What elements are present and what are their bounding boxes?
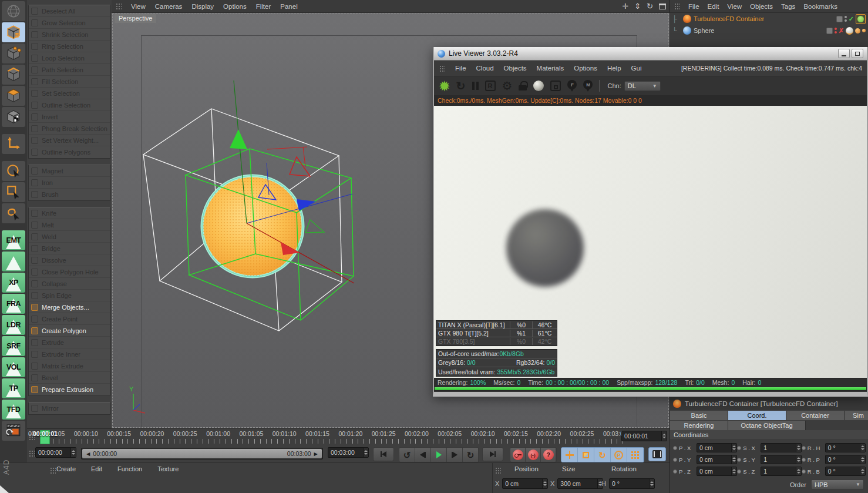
enable-axis-button[interactable] [2, 134, 25, 154]
object-row-turbulencefd[interactable]: ├ TurbulenceFD Container ✓ [670, 13, 868, 25]
object-name[interactable]: TurbulenceFD Container [694, 15, 764, 22]
render-region-icon[interactable] [550, 81, 561, 91]
viewport-menu-item[interactable]: Panel [280, 3, 297, 10]
menu-command[interactable]: Prepare Extrusion [29, 384, 110, 395]
tab-octane-objecttag[interactable]: Octane ObjectTag [728, 421, 805, 430]
key-dot-icon[interactable] [737, 446, 741, 450]
range-start-field[interactable]: 00:00:00 [35, 447, 76, 458]
range-end-field[interactable]: 00:03:00 [328, 447, 369, 458]
plugin-tile[interactable]: EMT [2, 230, 25, 250]
grip-handle[interactable] [439, 65, 445, 72]
menu-command[interactable]: Collapse [29, 278, 110, 290]
order-dropdown[interactable]: HPB▼ [811, 479, 864, 489]
turbulencefd-tag[interactable] [856, 14, 866, 24]
current-frame-field[interactable]: 00:00:01 [621, 431, 667, 441]
rotation-h-field[interactable]: H 0 ° [601, 478, 655, 489]
grip-handle[interactable] [674, 2, 680, 10]
lv-menu-item[interactable]: Materials [537, 65, 564, 72]
menu-command[interactable]: Shrink Selection [29, 29, 110, 41]
value-input[interactable]: 1 [761, 467, 801, 476]
menu-command[interactable]: Iron [29, 177, 110, 189]
key-dot-icon[interactable] [802, 469, 806, 474]
layer-toggle[interactable] [836, 16, 843, 22]
stepper[interactable] [860, 444, 865, 452]
tree-branch[interactable]: ├ [672, 15, 681, 22]
stepper[interactable] [796, 467, 801, 475]
menu-command[interactable]: Set Selection [29, 88, 110, 99]
play-button[interactable] [431, 448, 447, 462]
octane-object-tag[interactable] [846, 27, 853, 35]
menu-command[interactable]: Close Polygon Hole [29, 266, 110, 278]
stepper[interactable] [731, 444, 736, 452]
autokey-button[interactable]: (•) [526, 448, 541, 462]
tab-rendering[interactable]: Rendering [670, 421, 728, 430]
view-label[interactable]: Perspective [115, 14, 156, 23]
value-input[interactable]: 1 [761, 443, 801, 452]
plugin-tile[interactable]: FRA [2, 294, 25, 314]
om-menu-item[interactable]: File [688, 3, 699, 10]
menu-command[interactable]: Outline Selection [29, 99, 110, 111]
bottom-menu-item[interactable]: Function [117, 465, 142, 472]
next-key-button[interactable] [447, 448, 463, 462]
menu-command[interactable]: Deselect All [29, 5, 110, 17]
pan-view-icon[interactable]: ✛ [622, 2, 628, 11]
menu-command[interactable]: Loop Selection [29, 52, 110, 64]
menu-command[interactable]: Spin Edge [29, 290, 110, 301]
bottom-menu-item[interactable]: Edit [91, 465, 102, 472]
stepper[interactable] [731, 455, 736, 464]
menu-command[interactable]: Dissolve [29, 254, 110, 266]
lv-menu-item[interactable]: Help [607, 65, 621, 72]
plugin-tile[interactable]: LDR [2, 315, 25, 335]
channel-dropdown[interactable]: DL▼ [624, 81, 661, 91]
plugin-tile[interactable]: TFD [2, 400, 25, 420]
texture-mode-button[interactable] [2, 107, 25, 127]
key-dot-icon[interactable] [737, 469, 741, 474]
octane-logo-icon[interactable]: ✹ [439, 80, 450, 92]
value-input[interactable]: 0 cm [697, 443, 737, 452]
plugin-tile[interactable] [2, 251, 25, 271]
toggle-view-icon[interactable] [659, 4, 666, 9]
menu-command[interactable]: Set Vertex Weight... [29, 135, 110, 146]
key-dot-icon[interactable] [673, 446, 677, 450]
key-dot-icon[interactable] [673, 458, 677, 462]
menu-command[interactable]: Grow Selection [29, 17, 110, 29]
value-input[interactable]: 0 cm [697, 455, 737, 464]
live-selection-button[interactable] [2, 161, 25, 181]
viewport-menu-item[interactable]: Cameras [155, 3, 183, 10]
menu-command[interactable]: Knife [29, 207, 110, 219]
previous-key-button[interactable] [415, 448, 431, 462]
menu-command[interactable]: Path Selection [29, 64, 110, 76]
viewport-menu-item[interactable]: Options [223, 3, 247, 10]
plugin-tile[interactable]: TP [2, 378, 25, 398]
lv-menu-item[interactable]: Options [574, 65, 597, 72]
menu-command[interactable]: Ring Selection [29, 41, 110, 52]
menu-command[interactable]: Extrude Inner [29, 348, 110, 360]
pause-render-icon[interactable] [472, 82, 479, 90]
menu-command[interactable]: Melt [29, 219, 110, 231]
om-menu-item[interactable]: Tags [781, 3, 795, 10]
enabled-check-icon[interactable]: ✓ [849, 15, 854, 23]
scale-tool-button[interactable] [578, 448, 594, 462]
stepper[interactable] [363, 448, 368, 457]
grip-handle[interactable] [494, 467, 501, 474]
render-view[interactable]: TITAN X (Pascal)[T][6.1] %0 46°C GTX 980… [434, 106, 867, 378]
grip-handle[interactable] [115, 2, 122, 10]
key-dot-icon[interactable] [802, 446, 806, 450]
lv-menu-item[interactable]: Gui [631, 65, 642, 72]
lv-menu-item[interactable]: Cloud [476, 65, 494, 72]
snapping-button[interactable] [627, 448, 644, 462]
keyframe-selection-button[interactable]: ? [541, 448, 556, 462]
point-mode-button[interactable] [2, 43, 25, 63]
visibility-dots[interactable] [835, 28, 837, 33]
value-input[interactable]: 0 ° [825, 443, 866, 452]
object-name[interactable]: Sphere [694, 27, 714, 34]
object-row-sphere[interactable]: └ Sphere ✗ [670, 25, 868, 36]
om-menu-item[interactable]: Edit [708, 3, 719, 10]
coordinate-system-button[interactable]: P [611, 448, 627, 462]
timeline-ruler[interactable]: 00: 00:00:01 0:0500:00:1000:00:1500:00:2… [27, 428, 669, 445]
preview-range-slider[interactable]: ◄ 00:00:00 00:03:00 ► [81, 448, 323, 460]
lv-menu-item[interactable]: Objects [504, 65, 527, 72]
tab-coord[interactable]: Coord. [728, 411, 786, 420]
visibility-dots[interactable] [845, 16, 847, 22]
tab-basic[interactable]: Basic [670, 411, 728, 420]
